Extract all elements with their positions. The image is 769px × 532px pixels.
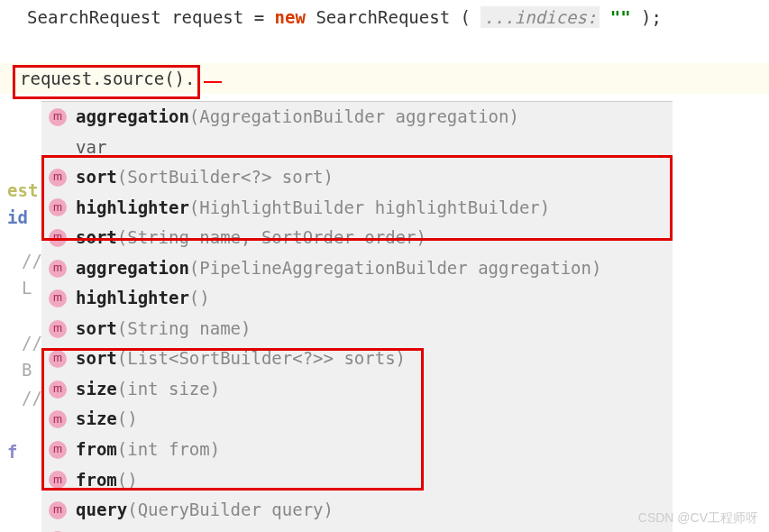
gutter-fragment: L	[22, 278, 32, 298]
method-name: highlighter	[76, 286, 189, 311]
gutter-fragment: //	[22, 333, 42, 353]
suggestion-aggregation-pipeline[interactable]: m aggregation (PipelineAggregationBuilde…	[41, 253, 673, 284]
suggestion-sort-name[interactable]: m sort (String name)	[41, 314, 673, 344]
code-line-declaration: SearchRequest request = new SearchReques…	[0, 0, 769, 34]
method-name: aggregation	[76, 256, 189, 281]
gutter-fragment: f	[7, 442, 17, 462]
suggestion-query[interactable]: m query ()	[41, 526, 673, 532]
annotation-box-sort-highlight	[41, 155, 673, 241]
method-params: ()	[127, 528, 148, 532]
method-icon: m	[49, 501, 67, 519]
type-name: SearchRequest	[27, 7, 161, 27]
gutter-fragment: //	[22, 388, 42, 408]
gutter-fragment: id	[7, 207, 28, 227]
annotation-box-source	[13, 65, 200, 99]
string-literal: ""	[610, 7, 631, 27]
suggestion-highlighter[interactable]: m highlighter ()	[41, 283, 673, 314]
method-params: (String name)	[117, 316, 252, 342]
suggestion-query-builder[interactable]: m query (QueryBuilder query)	[41, 495, 673, 526]
constructor-name: SearchRequest	[316, 7, 450, 27]
keyword-new: new	[275, 7, 306, 27]
gutter-fragment: est	[7, 180, 38, 200]
method-name: query	[76, 528, 127, 532]
annotation-box-size-from-query	[41, 348, 424, 491]
suggestion-aggregation[interactable]: m aggregation (AggregationBuilder aggreg…	[41, 102, 673, 133]
method-params: (QueryBuilder query)	[127, 498, 334, 523]
method-icon: m	[49, 289, 67, 307]
variable-name: request	[171, 7, 243, 27]
method-icon: m	[49, 320, 67, 338]
method-name: aggregation	[76, 105, 189, 130]
gutter-fragment: B	[22, 360, 32, 380]
method-icon: m	[49, 108, 67, 126]
method-name: query	[76, 498, 127, 523]
method-params: (PipelineAggregationBuilder aggregation)	[189, 256, 602, 281]
parameter-hint: ...indices:	[481, 6, 600, 28]
method-name: sort	[76, 316, 117, 342]
method-icon: m	[49, 260, 67, 278]
watermark: CSDN @CV工程师呀	[638, 510, 758, 527]
method-params: ()	[189, 286, 210, 311]
method-params: (AggregationBuilder aggregation)	[189, 105, 519, 130]
error-underline-icon	[204, 79, 222, 83]
gutter-fragment: //	[22, 251, 42, 271]
